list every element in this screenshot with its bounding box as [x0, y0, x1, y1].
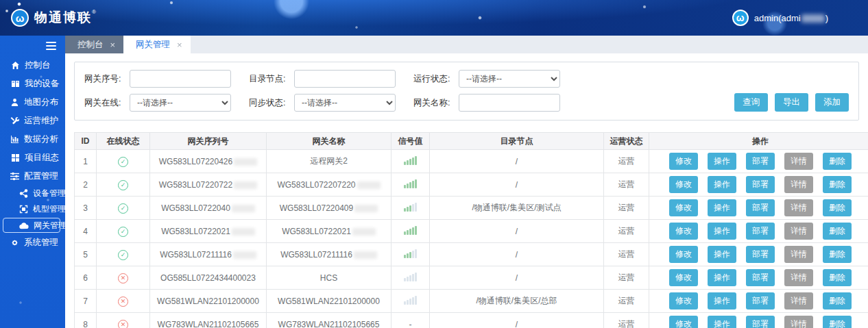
deploy-button[interactable]: 部署: [746, 176, 775, 193]
select-gateway-online[interactable]: --请选择--: [130, 94, 231, 112]
cell-serial: WG583LL07220722: [150, 173, 267, 197]
signal-icon: [404, 179, 417, 188]
edit-button[interactable]: 修改: [669, 223, 698, 240]
tab-label: 控制台: [77, 39, 104, 51]
sliders-icon: [10, 172, 19, 181]
cell-signal: [391, 197, 430, 220]
sidebar-item-model-mgmt[interactable]: 机型管理: [0, 201, 65, 217]
close-icon[interactable]: ×: [177, 40, 182, 49]
brand: ω 物通博联®: [0, 9, 96, 27]
cell-online-status: ✓: [97, 197, 150, 220]
field-dir-node: 目录节点:: [249, 70, 396, 88]
sidebar-item-system[interactable]: 系统管理‹: [0, 234, 65, 252]
sidebar-item-label: 项目组态: [25, 152, 59, 164]
cell-node: /: [430, 243, 604, 266]
input-gateway-name[interactable]: [459, 94, 560, 112]
redacted-text: [352, 228, 376, 236]
cell-id: 1: [75, 150, 97, 173]
deploy-button[interactable]: 部署: [746, 316, 775, 328]
operate-button[interactable]: 操作: [708, 223, 736, 240]
delete-button[interactable]: 删除: [823, 316, 852, 328]
button-query[interactable]: 查询: [734, 93, 768, 112]
edit-button[interactable]: 修改: [669, 292, 698, 310]
cell-name: HCS: [267, 266, 391, 290]
sidebar-item-config[interactable]: 配置管理‹: [0, 167, 65, 186]
detail-button[interactable]: 详情: [784, 176, 813, 193]
operate-button[interactable]: 操作: [708, 316, 736, 328]
delete-button[interactable]: 删除: [823, 292, 852, 310]
cell-node: /: [430, 313, 604, 328]
detail-button[interactable]: 详情: [784, 199, 813, 216]
deploy-button[interactable]: 部署: [746, 246, 775, 263]
sidebar-item-my-devices[interactable]: 我的设备: [0, 75, 65, 93]
edit-button[interactable]: 修改: [669, 269, 698, 286]
tab-console[interactable]: 控制台×: [65, 36, 123, 53]
operate-button[interactable]: 操作: [708, 292, 736, 310]
serial-text: WG583LL0722040: [161, 203, 230, 213]
menu-toggle-icon[interactable]: [0, 36, 65, 56]
cell-serial: WG583LL0722021: [150, 220, 267, 243]
delete-button[interactable]: 删除: [823, 176, 852, 193]
sidebar-item-gateway-mgmt[interactable]: 网关管理: [3, 218, 60, 233]
deploy-button[interactable]: 部署: [746, 199, 775, 216]
sidebar-item-analysis[interactable]: 数据分析‹: [0, 130, 65, 149]
detail-button[interactable]: 详情: [784, 246, 813, 263]
cell-serial: WG583LL07211116: [150, 243, 267, 266]
sidebar-item-map[interactable]: 地图分布‹: [0, 93, 65, 112]
redacted-text: [232, 228, 255, 236]
serial-text: WG581WLAN22101200000: [157, 297, 259, 306]
sidebar-item-device-mgmt[interactable]: 设备管理: [0, 186, 65, 201]
field-label: 网关名称:: [413, 97, 453, 109]
delete-button[interactable]: 删除: [823, 153, 852, 170]
field-label: 同步状态:: [249, 97, 289, 109]
chart-icon: [10, 135, 19, 144]
sidebar-item-maintenance[interactable]: 运营维护‹: [0, 112, 65, 130]
cell-name: WG583LL07211116: [267, 243, 391, 266]
input-dir-node[interactable]: [294, 70, 396, 88]
delete-button[interactable]: 删除: [823, 199, 852, 216]
edit-button[interactable]: 修改: [669, 316, 698, 328]
page: 网关序号:目录节点:运行状态:--请选择--网关在线:--请选择--同步状态:-…: [65, 53, 868, 328]
offline-cross-icon: ✕: [118, 320, 128, 328]
edit-button[interactable]: 修改: [669, 199, 698, 216]
signal-icon: [404, 249, 417, 258]
name-text: WG783WLAN21102105665: [278, 320, 380, 328]
detail-button[interactable]: 详情: [784, 269, 813, 286]
offline-cross-icon: ✕: [118, 297, 128, 307]
detail-button[interactable]: 详情: [784, 292, 813, 310]
operate-button[interactable]: 操作: [708, 199, 736, 216]
deploy-button[interactable]: 部署: [746, 292, 775, 310]
sidebar-item-project[interactable]: 项目组态: [0, 149, 65, 167]
table-row: 3✓WG583LL0722040WG583LL07220409/物通博联/集美区…: [75, 197, 868, 220]
operate-button[interactable]: 操作: [708, 246, 736, 263]
delete-button[interactable]: 删除: [823, 223, 852, 240]
detail-button[interactable]: 详情: [784, 316, 813, 328]
cell-online-status: ✕: [97, 290, 150, 313]
operate-button[interactable]: 操作: [708, 153, 736, 170]
user-menu[interactable]: ω admin(admi): [732, 10, 868, 26]
sidebar-item-console[interactable]: 控制台: [0, 56, 65, 75]
close-icon[interactable]: ×: [110, 40, 116, 49]
select-sync-status[interactable]: --请选择--: [294, 94, 396, 112]
deploy-button[interactable]: 部署: [746, 223, 775, 240]
cell-serial: WG583LL07220426: [150, 150, 267, 173]
operate-button[interactable]: 操作: [708, 269, 736, 286]
delete-button[interactable]: 删除: [823, 269, 852, 286]
input-gateway-serial[interactable]: [130, 70, 231, 88]
deploy-button[interactable]: 部署: [746, 269, 775, 286]
tab-gateway[interactable]: 网关管理×: [123, 36, 191, 53]
button-add[interactable]: 添加: [815, 93, 849, 112]
delete-button[interactable]: 删除: [823, 246, 852, 263]
edit-button[interactable]: 修改: [669, 153, 698, 170]
column-header: 网关序列号: [150, 133, 267, 150]
edit-button[interactable]: 修改: [669, 246, 698, 263]
edit-button[interactable]: 修改: [669, 176, 698, 193]
sidebar-item-label: 控制台: [25, 60, 51, 71]
detail-button[interactable]: 详情: [784, 153, 813, 170]
gateway-table: ID在线状态网关序列号网关名称信号值目录节点运营状态操作 1✓WG583LL07…: [74, 132, 868, 328]
select-run-status[interactable]: --请选择--: [459, 70, 560, 88]
operate-button[interactable]: 操作: [708, 176, 736, 193]
deploy-button[interactable]: 部署: [746, 153, 775, 170]
detail-button[interactable]: 详情: [784, 223, 813, 240]
button-export[interactable]: 导出: [775, 93, 808, 112]
